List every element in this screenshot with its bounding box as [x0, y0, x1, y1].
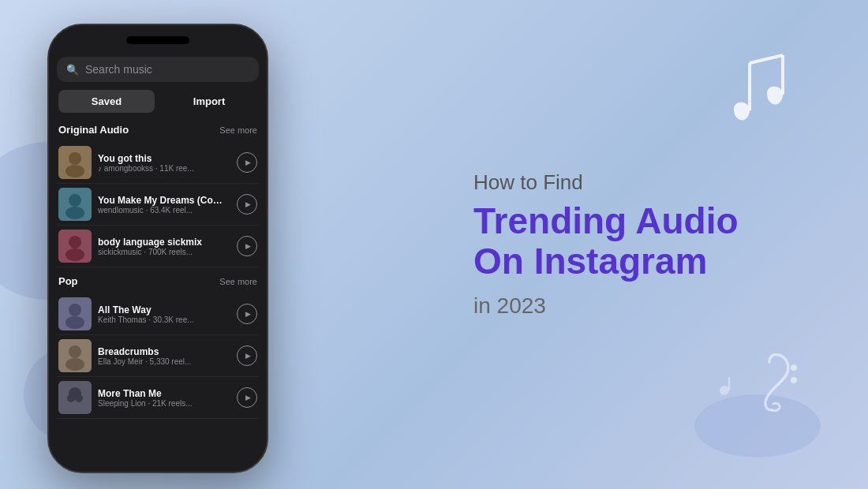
track-name: You Make My Dreams (Come Tru... — [98, 195, 230, 206]
phone-body: 🔍 Search music Saved Import Original Aud… — [47, 24, 268, 473]
track-meta: ♪ amongbookss · 11K ree... — [98, 164, 230, 173]
phone-notch — [126, 36, 189, 44]
track-item: All The Way Keith Thomas · 30.3K ree... … — [57, 293, 259, 335]
track-meta: Sleeping Lion · 21K reels... — [98, 399, 230, 408]
track-meta: sickickmusic · 700K reels... — [98, 248, 230, 256]
track-meta: Keith Thomas · 30.3K ree... — [98, 315, 230, 324]
play-icon: ▶ — [245, 352, 251, 360]
track-info: More Than Me Sleeping Lion · 21K reels..… — [98, 388, 230, 408]
svg-point-11 — [69, 194, 81, 207]
svg-point-15 — [65, 248, 84, 261]
track-item: You got this ♪ amongbookss · 11K ree... … — [57, 142, 259, 184]
svg-point-24 — [67, 394, 75, 402]
track-thumbnail — [58, 188, 92, 221]
track-name: Breadcrumbs — [98, 346, 230, 357]
track-item: Breadcrumbs Ella Joy Meir · 5,330 reel..… — [57, 335, 259, 377]
play-button[interactable]: ▶ — [237, 345, 257, 366]
svg-point-25 — [75, 394, 83, 402]
section-original-audio-header: Original Audio See more — [57, 124, 259, 136]
svg-point-9 — [65, 165, 84, 177]
play-icon: ▶ — [245, 242, 251, 250]
play-icon: ▶ — [245, 159, 251, 166]
track-item: More Than Me Sleeping Lion · 21K reels..… — [57, 377, 259, 419]
tab-import[interactable]: Import — [161, 90, 257, 113]
track-thumbnail — [58, 230, 92, 263]
svg-point-21 — [65, 358, 84, 371]
svg-point-20 — [69, 345, 81, 358]
play-button[interactable]: ▶ — [237, 194, 257, 215]
svg-point-5 — [720, 386, 729, 395]
svg-point-18 — [65, 316, 84, 329]
play-icon: ▶ — [245, 200, 251, 208]
play-button[interactable]: ▶ — [237, 236, 257, 256]
search-input: Search music — [85, 63, 152, 76]
play-button[interactable]: ▶ — [237, 152, 257, 173]
search-icon: 🔍 — [66, 64, 79, 76]
track-meta: Ella Joy Meir · 5,330 reel... — [98, 357, 230, 366]
track-item: You Make My Dreams (Come Tru... wendlomu… — [57, 184, 259, 226]
phone-screen: 🔍 Search music Saved Import Original Aud… — [49, 25, 267, 472]
track-thumbnail — [58, 146, 92, 179]
track-name: You got this — [98, 153, 230, 164]
track-item: body language sickmix sickickmusic · 700… — [57, 226, 259, 267]
main-title: Trending Audio On Instagram — [473, 201, 805, 281]
track-info: All The Way Keith Thomas · 30.3K ree... — [98, 304, 230, 324]
svg-point-4 — [791, 377, 797, 383]
svg-point-3 — [791, 364, 797, 371]
track-meta: wendlomusic · 63.4K reel... — [98, 206, 230, 215]
right-content: How to Find Trending Audio On Instagram … — [473, 170, 805, 319]
track-info: You Make My Dreams (Come Tru... wendlomu… — [98, 195, 230, 215]
play-icon: ▶ — [245, 394, 251, 401]
tab-bar: Saved Import — [57, 90, 259, 113]
svg-point-12 — [65, 207, 84, 219]
track-info: You got this ♪ amongbookss · 11K ree... — [98, 153, 230, 173]
track-thumbnail — [58, 339, 92, 372]
see-more-pop[interactable]: See more — [219, 277, 257, 286]
track-info: body language sickmix sickickmusic · 700… — [98, 237, 230, 256]
see-more-original[interactable]: See more — [219, 125, 257, 135]
play-icon: ▶ — [245, 310, 251, 318]
music-note-icon — [726, 47, 797, 141]
section-original-audio-title: Original Audio — [58, 124, 129, 136]
tab-saved[interactable]: Saved — [58, 90, 155, 113]
subtitle-text: How to Find — [473, 170, 805, 195]
section-pop-header: Pop See more — [57, 275, 259, 287]
svg-point-17 — [69, 304, 81, 316]
track-name: body language sickmix — [98, 237, 230, 248]
small-note-icon — [718, 373, 742, 402]
svg-point-14 — [69, 236, 81, 248]
play-button[interactable]: ▶ — [237, 387, 257, 408]
year-text: in 2023 — [473, 293, 805, 319]
play-button[interactable]: ▶ — [237, 304, 257, 324]
svg-point-8 — [69, 152, 81, 165]
section-pop-title: Pop — [58, 275, 78, 287]
phone-mockup: 🔍 Search music Saved Import Original Aud… — [47, 24, 268, 473]
track-info: Breadcrumbs Ella Joy Meir · 5,330 reel..… — [98, 346, 230, 366]
svg-line-1 — [750, 55, 783, 63]
search-bar[interactable]: 🔍 Search music — [57, 57, 259, 82]
bass-clef-icon — [758, 350, 805, 426]
track-thumbnail — [58, 297, 92, 330]
track-name: More Than Me — [98, 388, 230, 399]
track-thumbnail — [58, 381, 92, 414]
track-name: All The Way — [98, 304, 230, 315]
